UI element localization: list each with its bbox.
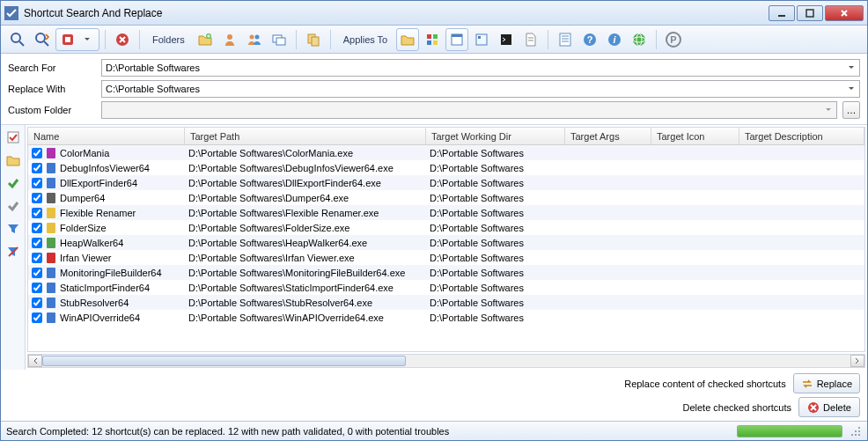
- svg-rect-42: [8, 132, 18, 143]
- apply-doc-button[interactable]: [519, 28, 542, 51]
- progress-bar: [737, 425, 842, 437]
- close-button[interactable]: [825, 5, 864, 21]
- form-area: Search For D:\Portable Softwares Replace…: [1, 54, 867, 124]
- table-row[interactable]: ColorManiaD:\Portable Softwares\ColorMan…: [28, 145, 864, 160]
- donate-button[interactable]: P: [662, 28, 685, 51]
- table-row[interactable]: Dumper64D:\Portable Softwares\Dumper64.e…: [28, 190, 864, 205]
- copy-button[interactable]: [302, 28, 325, 51]
- filter-button[interactable]: [4, 220, 22, 238]
- table-row[interactable]: MonitoringFileBuilder64D:\Portable Softw…: [28, 265, 864, 280]
- search-again-button[interactable]: [31, 28, 54, 51]
- delete-button[interactable]: Delete: [798, 397, 860, 417]
- chevron-down-icon[interactable]: [845, 62, 857, 74]
- check-green-button[interactable]: [4, 174, 22, 192]
- row-checkbox[interactable]: [32, 298, 42, 308]
- svg-text:?: ?: [587, 34, 593, 45]
- file-icon: [45, 207, 57, 219]
- table-row[interactable]: StaticImportFinder64D:\Portable Software…: [28, 280, 864, 295]
- resize-grip-icon[interactable]: [850, 425, 862, 437]
- scroll-thumb[interactable]: [42, 356, 406, 366]
- windows-button[interactable]: [268, 28, 291, 51]
- folder-add-button[interactable]: [194, 28, 217, 51]
- svg-point-61: [855, 434, 857, 436]
- svg-line-6: [44, 41, 48, 46]
- row-name: StubResolver64: [60, 298, 129, 308]
- row-wdir: D:\Portable Softwares: [426, 193, 565, 203]
- log-button[interactable]: [554, 28, 577, 51]
- replace-with-input[interactable]: C:\Portable Softwares: [101, 80, 860, 98]
- row-checkbox[interactable]: [32, 163, 42, 173]
- scroll-left-icon[interactable]: [28, 355, 42, 367]
- app-icon: [4, 6, 18, 20]
- delete-hint: Delete checked shortcuts: [682, 402, 791, 413]
- col-icon[interactable]: Target Icon: [651, 128, 739, 144]
- check-all-button[interactable]: [4, 129, 22, 146]
- row-checkbox[interactable]: [32, 223, 42, 233]
- table-row[interactable]: DllExportFinder64D:\Portable Softwares\D…: [28, 175, 864, 190]
- filter-clear-button[interactable]: [4, 243, 22, 261]
- apply-console-button[interactable]: [495, 28, 518, 51]
- scroll-right-icon[interactable]: [850, 355, 864, 367]
- apply-winflag-button[interactable]: [421, 28, 444, 51]
- horizontal-scrollbar[interactable]: [27, 354, 865, 368]
- apply-window-button[interactable]: [445, 28, 468, 51]
- folder-open-button[interactable]: [4, 151, 22, 169]
- svg-point-60: [851, 434, 853, 436]
- table-row[interactable]: HeapWalker64D:\Portable Softwares\HeapWa…: [28, 235, 864, 250]
- web-button[interactable]: [628, 28, 651, 51]
- table-row[interactable]: Irfan ViewerD:\Portable Softwares\Irfan …: [28, 250, 864, 265]
- svg-rect-8: [65, 37, 70, 42]
- row-checkbox[interactable]: [32, 208, 42, 218]
- info-button[interactable]: i: [603, 28, 626, 51]
- row-checkbox[interactable]: [32, 268, 42, 278]
- svg-rect-2: [806, 10, 813, 17]
- search-button[interactable]: [6, 28, 29, 51]
- col-args[interactable]: Target Args: [565, 128, 651, 144]
- stop-button[interactable]: [57, 30, 78, 49]
- stop-dropdown[interactable]: [77, 30, 98, 49]
- row-checkbox[interactable]: [32, 283, 42, 293]
- row-checkbox[interactable]: [32, 253, 42, 263]
- table-row[interactable]: StubResolver64D:\Portable Softwares\Stub…: [28, 295, 864, 310]
- table-row[interactable]: FolderSizeD:\Portable Softwares\FolderSi…: [28, 220, 864, 235]
- maximize-button[interactable]: [797, 5, 823, 21]
- row-checkbox[interactable]: [32, 178, 42, 188]
- table-row[interactable]: DebugInfosViewer64D:\Portable Softwares\…: [28, 160, 864, 175]
- col-desc[interactable]: Target Description: [739, 128, 864, 144]
- table-row[interactable]: Flexible RenamerD:\Portable Softwares\Fl…: [28, 205, 864, 220]
- results-list: Name Target Path Target Working Dir Targ…: [27, 127, 865, 352]
- cancel-button[interactable]: [111, 28, 134, 51]
- file-icon: [45, 147, 57, 159]
- row-checkbox[interactable]: [32, 312, 42, 323]
- row-target: D:\Portable Softwares\FolderSize.exe: [185, 223, 426, 233]
- chevron-down-icon[interactable]: [822, 104, 835, 116]
- apply-folder-button[interactable]: [396, 28, 419, 51]
- row-checkbox[interactable]: [32, 193, 42, 203]
- row-checkbox[interactable]: [32, 148, 42, 158]
- replace-button[interactable]: Replace: [793, 373, 860, 393]
- col-wdir[interactable]: Target Working Dir: [426, 128, 565, 144]
- row-checkbox[interactable]: [32, 238, 42, 248]
- row-target: D:\Portable Softwares\DebugInfosViewer64…: [185, 163, 426, 173]
- svg-rect-21: [433, 40, 438, 45]
- apply-app-button[interactable]: [470, 28, 493, 51]
- browse-folder-button[interactable]: …: [842, 101, 860, 119]
- help-button[interactable]: ?: [578, 28, 601, 51]
- stop-button-group: [55, 28, 99, 51]
- user-button[interactable]: [218, 28, 241, 51]
- chevron-down-icon[interactable]: [845, 83, 857, 95]
- row-name: StaticImportFinder64: [60, 283, 150, 293]
- svg-point-59: [858, 430, 860, 432]
- table-row[interactable]: WinAPIOverride64D:\Portable Softwares\Wi…: [28, 310, 864, 325]
- col-name[interactable]: Name: [28, 128, 185, 144]
- users-button[interactable]: [243, 28, 266, 51]
- file-icon: [45, 192, 57, 204]
- row-wdir: D:\Portable Softwares: [426, 163, 565, 173]
- search-for-input[interactable]: D:\Portable Softwares: [101, 59, 860, 77]
- search-for-label: Search For: [8, 62, 96, 73]
- check-gray-button[interactable]: [4, 197, 22, 215]
- col-target[interactable]: Target Path: [185, 128, 426, 144]
- minimize-button[interactable]: [769, 5, 795, 21]
- svg-rect-55: [47, 312, 55, 323]
- custom-folder-input[interactable]: [101, 101, 837, 119]
